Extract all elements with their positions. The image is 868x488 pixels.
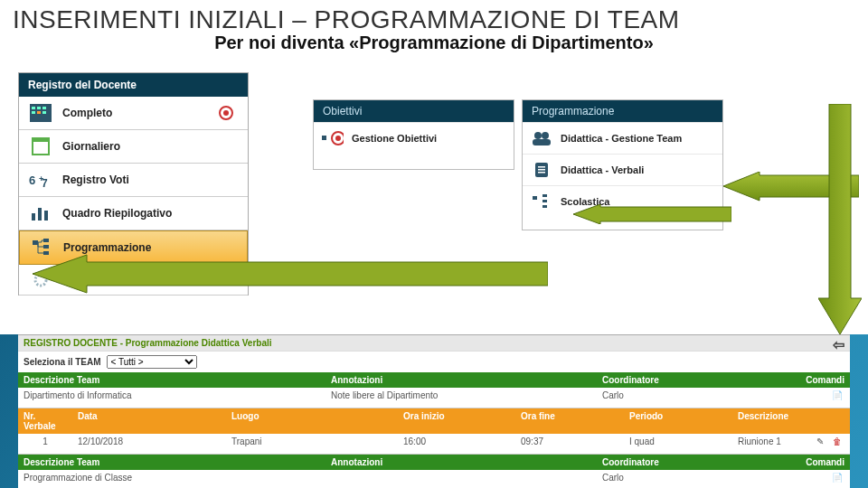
target-icon <box>213 103 239 123</box>
sidebar-item-completo[interactable]: Completo <box>19 97 248 130</box>
sidebar-item-giornaliero[interactable]: Giornaliero <box>19 130 248 164</box>
team-header-row: Descrizione Team Annotazioni Coordinator… <box>18 372 850 388</box>
col-comandi: Comandi <box>778 455 850 470</box>
svg-point-8 <box>223 110 229 116</box>
svg-marker-38 <box>33 255 548 293</box>
sidebar-item-label: Completo <box>62 107 112 119</box>
sidebar-item-label: Quadro Riepilogativo <box>62 207 172 220</box>
col-periodo: Periodo <box>624 408 732 434</box>
sidebar-item-label: Registro Voti <box>62 174 129 186</box>
verbale-header-row: Nr. Verbale Data Luogo Ora inizio Ora fi… <box>18 408 850 434</box>
team-desc: Programmazione di Classe <box>18 470 326 488</box>
col-fine: Ora fine <box>515 408 624 434</box>
edit-icon[interactable]: ✎ <box>813 436 827 451</box>
back-icon[interactable]: ⇦ <box>833 336 844 353</box>
svg-rect-22 <box>322 136 326 140</box>
arrow-to-sidebar <box>33 251 548 296</box>
verbale-nr: 1 <box>18 434 72 454</box>
slide-subtitle: Per noi diventa «Programmazione di Dipar… <box>0 33 868 53</box>
target-tree-icon <box>321 129 344 147</box>
svg-rect-15 <box>38 208 42 221</box>
team-select-row: Seleziona il TEAM < Tutti > <box>18 351 850 372</box>
grades-icon: 6+7 <box>28 170 53 190</box>
arrow-to-scolastica <box>573 204 731 224</box>
calendar-grid-icon <box>28 103 53 123</box>
add-verbale-button[interactable]: 📄 <box>778 470 850 488</box>
svg-rect-33 <box>542 194 547 197</box>
team-select[interactable]: < Tutti > <box>107 355 197 369</box>
svg-rect-5 <box>37 111 41 114</box>
verbale-descr-cell: Riunione 1 ✎ 🗑 <box>732 434 850 454</box>
svg-rect-30 <box>538 169 545 171</box>
team-desc: Dipartimento di Informatica <box>18 388 326 408</box>
svg-rect-3 <box>42 107 46 109</box>
panel-item-gestione-team[interactable]: Didattica - Gestione Team <box>523 122 722 154</box>
panel-obiettivi: Obiettivi Gestione Obiettivi <box>313 99 514 170</box>
breadcrumb: REGISTRO DOCENTE - Programmazione Didatt… <box>18 334 850 351</box>
verbale-row: 1 12/10/2018 Trapani 16:00 09:37 I quad … <box>18 434 850 455</box>
svg-rect-18 <box>43 239 49 242</box>
svg-rect-6 <box>42 111 46 114</box>
verbale-data: 12/10/2018 <box>72 434 226 454</box>
svg-rect-16 <box>44 211 48 221</box>
svg-point-26 <box>542 132 549 139</box>
svg-marker-37 <box>573 204 731 224</box>
svg-text:6: 6 <box>29 174 35 187</box>
col-data: Data <box>72 408 226 434</box>
col-nr: Nr. Verbale <box>18 408 72 434</box>
sidebar-item-quadro[interactable]: Quadro Riepilogativo <box>19 197 248 230</box>
team-row-1: Dipartimento di Informatica Note libere … <box>18 388 850 408</box>
tree-small-icon <box>530 192 553 211</box>
col-inizio: Ora inizio <box>398 408 515 434</box>
col-luogo: Luogo <box>226 408 398 434</box>
team-row-2: Programmazione di Classe Carlo 📄 <box>18 470 850 488</box>
verbali-table: REGISTRO DOCENTE - Programmazione Didatt… <box>18 334 850 488</box>
col-annotazioni: Annotazioni <box>326 372 597 388</box>
col-annotazioni: Annotazioni <box>326 455 597 470</box>
verbale-fine: 09:37 <box>515 434 624 454</box>
team-coord: Carlo <box>597 388 778 408</box>
delete-icon[interactable]: 🗑 <box>830 436 844 451</box>
svg-point-24 <box>335 136 341 141</box>
svg-rect-35 <box>542 205 547 208</box>
col-descr: Descrizione <box>732 408 850 434</box>
panel-item-label: Didattica - Verbali <box>561 164 644 175</box>
verbale-periodo: I quad <box>624 434 732 454</box>
svg-marker-39 <box>818 104 862 334</box>
col-comandi: Comandi <box>778 372 850 388</box>
document-icon <box>530 161 553 179</box>
panel-item-label: Gestione Obiettivi <box>352 133 437 144</box>
panel-header: Programmazione <box>523 100 722 122</box>
people-icon <box>530 129 553 147</box>
svg-text:7: 7 <box>42 177 48 189</box>
team-select-label: Seleziona il TEAM <box>24 357 101 367</box>
svg-rect-27 <box>533 139 551 145</box>
svg-rect-2 <box>37 107 41 109</box>
team-coord: Carlo <box>597 470 778 488</box>
team-header-row-2: Descrizione Team Annotazioni Coordinator… <box>18 455 850 470</box>
col-coordinatore: Coordinatore <box>597 455 778 470</box>
svg-rect-14 <box>32 213 35 221</box>
sidebar-item-registro-voti[interactable]: 6+7 Registro Voti <box>19 164 248 197</box>
team-ann: Note libere al Dipartimento <box>326 388 597 408</box>
panel-header: Obiettivi <box>314 100 514 122</box>
panel-item-label: Didattica - Gestione Team <box>561 133 682 144</box>
svg-rect-17 <box>33 240 38 245</box>
col-descrizione: Descrizione Team <box>18 372 326 388</box>
col-coordinatore: Coordinatore <box>597 372 778 388</box>
bar-chart-icon <box>28 203 53 223</box>
svg-rect-34 <box>542 200 547 202</box>
verbale-descr: Riunione 1 <box>738 436 781 446</box>
slide-title: INSERIMENTI INIZIALI – PROGRAMMAZIONE DI… <box>0 0 868 34</box>
team-ann <box>326 470 597 488</box>
svg-rect-4 <box>32 111 35 114</box>
svg-point-25 <box>534 132 542 139</box>
svg-rect-19 <box>43 245 49 249</box>
arrow-down-to-table <box>818 104 862 334</box>
panel-item-gestione-obiettivi[interactable]: Gestione Obiettivi <box>314 122 514 154</box>
day-icon <box>28 136 53 156</box>
add-verbale-button[interactable]: 📄 <box>778 388 850 408</box>
panel-item-verbali[interactable]: Didattica - Verbali <box>523 154 722 185</box>
col-descrizione: Descrizione Team <box>18 455 326 470</box>
verbale-inizio: 16:00 <box>398 434 515 454</box>
